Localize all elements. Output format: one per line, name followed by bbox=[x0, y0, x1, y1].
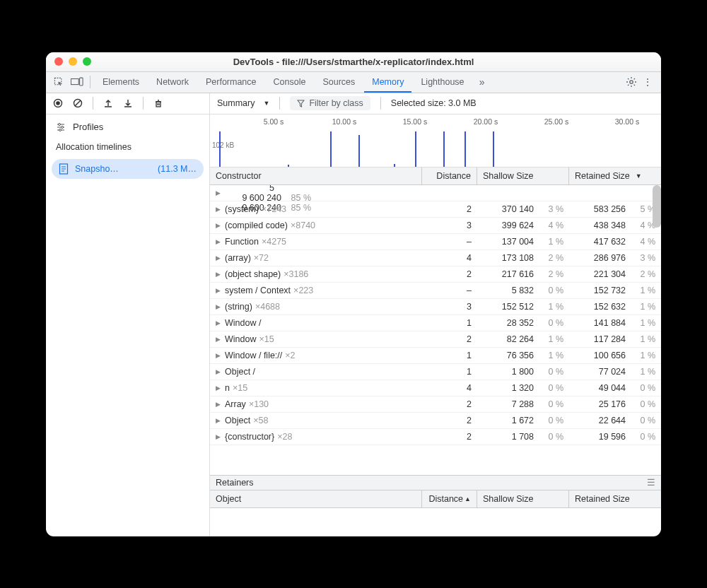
expand-icon[interactable]: ▶ bbox=[216, 336, 222, 343]
tab-sources[interactable]: Sources bbox=[315, 72, 363, 93]
snapshot-item[interactable]: Snapsho… (11.3 M… bbox=[52, 159, 204, 179]
tab-elements[interactable]: Elements bbox=[95, 72, 147, 93]
expand-icon[interactable]: ▶ bbox=[216, 384, 222, 392]
retained-cell: 152 7321 % bbox=[569, 286, 661, 295]
allocation-timeline[interactable]: 5.00 s 10.00 s 15.00 s 20.00 s 25.00 s 3… bbox=[210, 114, 661, 167]
window-controls bbox=[54, 57, 91, 66]
col-shallow2[interactable]: Shallow Size bbox=[477, 490, 569, 507]
col-shallow[interactable]: Shallow Size bbox=[477, 167, 569, 184]
retainers-heading[interactable]: Retainers ☰ bbox=[210, 475, 661, 490]
sort-asc-icon: ▲ bbox=[464, 495, 471, 502]
scrollbar[interactable] bbox=[653, 185, 661, 228]
table-row[interactable]: ▶(system) ×72432370 1403 %583 2565 % bbox=[210, 201, 661, 218]
separator bbox=[143, 97, 144, 110]
table-row[interactable]: ▶(string) ×46883152 5121 %152 6321 % bbox=[210, 299, 661, 315]
kebab-icon[interactable]: ⋮ bbox=[643, 81, 653, 83]
device-icon[interactable] bbox=[69, 72, 86, 93]
expand-icon[interactable]: ▶ bbox=[216, 401, 222, 408]
expand-icon[interactable]: ▶ bbox=[216, 368, 222, 375]
distance-cell: 2 bbox=[422, 432, 477, 442]
expand-icon[interactable]: ▶ bbox=[216, 271, 222, 278]
expand-icon[interactable]: ▶ bbox=[216, 352, 222, 359]
table-row[interactable]: ▶{constructor} ×2821 7080 %19 5960 % bbox=[210, 429, 661, 445]
upload-icon[interactable] bbox=[103, 98, 113, 108]
constructor-name: (compiled code) bbox=[225, 220, 288, 230]
distance-cell: 4 bbox=[422, 383, 477, 393]
clear-icon[interactable] bbox=[73, 98, 83, 108]
table-row[interactable]: ▶Function ×4275–137 0041 %417 6324 % bbox=[210, 234, 661, 250]
record-icon[interactable] bbox=[53, 98, 63, 108]
table-row[interactable]: ▶Array ×13027 2880 %25 1760 % bbox=[210, 396, 661, 413]
tab-lighthouse[interactable]: Lighthouse bbox=[413, 72, 472, 93]
devtools-window: DevTools - file:///Users/stmarthe/x-repl… bbox=[46, 52, 661, 536]
selected-size: Selected size: 3.0 MB bbox=[391, 98, 477, 108]
sort-desc-icon: ▼ bbox=[636, 172, 642, 180]
expand-icon[interactable]: ▶ bbox=[216, 319, 222, 327]
count: ×3186 bbox=[284, 269, 308, 279]
profiles-label: Profiles bbox=[73, 122, 103, 132]
gear-icon[interactable] bbox=[626, 76, 637, 88]
table-row[interactable]: ▶(object shape) ×31862217 6162 %221 3042… bbox=[210, 266, 661, 283]
table-row[interactable]: ▶Object / 11 8000 %77 0241 % bbox=[210, 364, 661, 380]
constructor-name: (array) bbox=[225, 253, 251, 263]
table-row[interactable]: ▶Window ×15282 2641 %117 2841 % bbox=[210, 331, 661, 348]
inspect-icon[interactable] bbox=[50, 72, 67, 93]
retained-cell: 438 3484 % bbox=[569, 220, 661, 230]
constructor-name: system / Context bbox=[225, 286, 291, 295]
shallow-cell: 28 3520 % bbox=[477, 318, 569, 328]
table-row[interactable]: ▶ ×8000259 600 24085 %9 600 24085 % bbox=[210, 185, 661, 201]
tab-console[interactable]: Console bbox=[266, 72, 314, 93]
retained-cell: 22 6440 % bbox=[569, 416, 661, 425]
more-tabs-icon[interactable]: » bbox=[474, 72, 491, 93]
expand-icon[interactable]: ▶ bbox=[216, 189, 222, 196]
count: ×28 bbox=[277, 432, 292, 442]
table-row[interactable]: ▶(array) ×724173 1082 %286 9763 % bbox=[210, 250, 661, 266]
tab-memory[interactable]: Memory bbox=[364, 72, 411, 93]
expand-icon[interactable]: ▶ bbox=[216, 238, 222, 245]
table-row[interactable]: ▶(compiled code) ×87403399 6244 %438 348… bbox=[210, 218, 661, 234]
distance-cell: – bbox=[422, 286, 477, 295]
col-retained2[interactable]: Retained Size bbox=[569, 490, 661, 507]
distance-cell: 3 bbox=[422, 220, 477, 230]
expand-icon[interactable]: ▶ bbox=[216, 287, 222, 294]
minimize-button[interactable] bbox=[69, 57, 77, 66]
table-row[interactable]: ▶system / Context ×223–5 8320 %152 7321 … bbox=[210, 283, 661, 299]
table-row[interactable]: ▶n ×1541 3200 %49 0440 % bbox=[210, 380, 661, 396]
distance-cell: 3 bbox=[422, 302, 477, 312]
retained-cell: 221 3042 % bbox=[569, 269, 661, 279]
time-tick: 30.00 s bbox=[615, 117, 639, 126]
filter-input[interactable]: Filter by class bbox=[290, 96, 370, 110]
count: ×72 bbox=[254, 253, 269, 263]
expand-icon[interactable]: ▶ bbox=[216, 417, 222, 424]
retained-cell: 141 8841 % bbox=[569, 318, 661, 328]
expand-icon[interactable]: ▶ bbox=[216, 206, 222, 213]
col-retained[interactable]: Retained Size▼ bbox=[569, 167, 661, 184]
table-row[interactable]: ▶Window / 128 3520 %141 8841 % bbox=[210, 315, 661, 331]
expand-icon[interactable]: ▶ bbox=[216, 433, 222, 440]
gc-icon[interactable] bbox=[153, 98, 163, 108]
close-button[interactable] bbox=[54, 57, 63, 66]
distance-cell: 5 bbox=[225, 185, 280, 193]
col-object[interactable]: Object bbox=[210, 490, 422, 507]
tab-network[interactable]: Network bbox=[148, 72, 197, 93]
count: ×4688 bbox=[255, 302, 280, 312]
col-constructor[interactable]: Constructor bbox=[210, 167, 422, 184]
constructor-name: {constructor} bbox=[225, 432, 274, 442]
col-distance[interactable]: Distance bbox=[422, 167, 477, 184]
expand-icon[interactable]: ▶ bbox=[216, 303, 222, 310]
constructors-table[interactable]: ▶ ×8000259 600 24085 %9 600 24085 %▶(sys… bbox=[210, 185, 661, 475]
constructor-name: Function bbox=[225, 237, 259, 247]
view-mode-dropdown[interactable]: Summary ▼ bbox=[217, 98, 269, 108]
expand-icon[interactable]: ▶ bbox=[216, 222, 222, 229]
hamburger-icon[interactable]: ☰ bbox=[647, 477, 655, 488]
col-distance2[interactable]: Distance▲ bbox=[422, 490, 477, 507]
maximize-button[interactable] bbox=[83, 57, 91, 66]
table-row[interactable]: ▶Window / file:// ×2176 3561 %100 6561 % bbox=[210, 348, 661, 364]
table-header: Constructor Distance Shallow Size Retain… bbox=[210, 167, 661, 185]
expand-icon[interactable]: ▶ bbox=[216, 254, 222, 261]
distance-cell: 2 bbox=[422, 416, 477, 425]
table-row[interactable]: ▶Object ×5821 6720 %22 6440 % bbox=[210, 413, 661, 429]
tab-performance[interactable]: Performance bbox=[198, 72, 264, 93]
shallow-cell: 76 3561 % bbox=[477, 351, 569, 360]
download-icon[interactable] bbox=[123, 98, 133, 108]
